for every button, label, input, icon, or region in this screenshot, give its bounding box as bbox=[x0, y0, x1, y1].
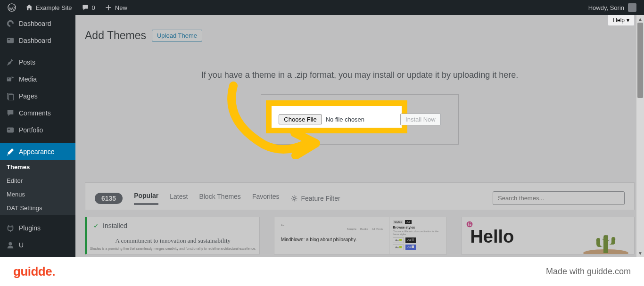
theme-count: 6135 bbox=[95, 193, 123, 204]
pin-icon bbox=[6, 57, 15, 67]
browse-label: Browse styles bbox=[393, 226, 444, 229]
gauge-icon bbox=[6, 19, 15, 28]
feature-filter-label: Feature Filter bbox=[301, 195, 340, 202]
upload-theme-button[interactable]: Upload Theme bbox=[152, 30, 202, 41]
toolbar-right: Howdy, Sorin bbox=[588, 3, 640, 12]
plus-icon bbox=[105, 4, 112, 11]
nav-item: Sample bbox=[347, 228, 356, 230]
svg-rect-1 bbox=[7, 38, 14, 43]
install-now-button[interactable]: Install Now bbox=[400, 114, 441, 125]
sidebar-label: Pages bbox=[19, 92, 38, 100]
admin-toolbar: Example Site 0 New Howdy, Sorin bbox=[0, 0, 644, 15]
sidebar-item-portfolio[interactable]: Portfolio bbox=[0, 122, 75, 139]
theme-preview-title: A commitment to innovation and sustainab… bbox=[90, 237, 256, 245]
new-link[interactable]: New bbox=[101, 0, 131, 15]
browse-sub: Choose a different color combination for… bbox=[393, 230, 444, 236]
file-status: No file chosen bbox=[326, 116, 364, 123]
installed-banner: ✓ Installed bbox=[87, 217, 259, 234]
svg-rect-3 bbox=[7, 77, 11, 81]
search-input[interactable] bbox=[493, 191, 625, 205]
theme-filter-bar: 6135 Popular Latest Block Themes Favorit… bbox=[85, 182, 635, 210]
user-icon bbox=[6, 240, 15, 250]
sidebar-label: Appearance bbox=[19, 148, 55, 155]
sidebar-item-media[interactable]: Media bbox=[0, 71, 75, 88]
scroll-up-icon[interactable]: ▲ bbox=[636, 15, 644, 23]
tab-favorites[interactable]: Favorites bbox=[252, 193, 280, 204]
home-icon bbox=[25, 4, 33, 11]
main-content: Help ▾ Add Themes Upload Theme If you ha… bbox=[75, 15, 644, 257]
help-tab[interactable]: Help ▾ bbox=[608, 15, 635, 26]
svg-line-17 bbox=[602, 239, 603, 240]
howdy-text[interactable]: Howdy, Sorin bbox=[588, 4, 624, 11]
upload-description: If you have a theme in a .zip format, yo… bbox=[85, 70, 635, 80]
theme-card[interactable]: Hello bbox=[461, 217, 635, 254]
theme-preview-sub: Shades is a promising firm that seamless… bbox=[90, 246, 256, 251]
media-icon bbox=[6, 74, 15, 84]
card-icon bbox=[6, 36, 15, 45]
comments-link[interactable]: 0 bbox=[78, 0, 99, 15]
scroll-down-icon[interactable]: ▼ bbox=[636, 249, 644, 257]
guidde-credit: Made with guidde.com bbox=[546, 267, 631, 277]
admin-sidebar: Dashboard Dashboard Posts Media Pages Co… bbox=[0, 15, 75, 286]
sidebar-item-comments[interactable]: Comments bbox=[0, 105, 75, 122]
sidebar-item-plugins[interactable]: Plugins bbox=[0, 220, 75, 237]
sidebar-item-dashboard[interactable]: Dashboard bbox=[0, 15, 75, 32]
theme-preview-text: Mindblown: a blog about philosophy. bbox=[281, 237, 383, 242]
scrollbar[interactable]: ▲ ▼ bbox=[636, 15, 644, 257]
sidebar-item-dashboard2[interactable]: Dashboard bbox=[0, 32, 75, 49]
svg-point-9 bbox=[8, 242, 12, 245]
sidebar-label: Posts bbox=[19, 58, 35, 66]
submenu-menus[interactable]: Menus bbox=[0, 188, 75, 201]
guidde-footer: guidde. Made with guidde.com bbox=[0, 257, 644, 286]
appearance-submenu: Themes Editor Menus DAT Settings bbox=[0, 160, 75, 215]
avatar[interactable] bbox=[628, 3, 636, 12]
sidebar-item-users[interactable]: U bbox=[0, 237, 75, 253]
gear-icon bbox=[290, 195, 298, 202]
svg-point-4 bbox=[8, 78, 8, 79]
sidebar-label: U bbox=[19, 241, 24, 249]
nav-item: Books bbox=[360, 228, 368, 230]
toolbar-left: Example Site 0 New bbox=[4, 0, 131, 15]
chevron-down-icon: ▾ bbox=[627, 17, 629, 24]
page-header: Add Themes Upload Theme bbox=[85, 29, 635, 42]
comment-icon bbox=[82, 4, 89, 11]
sidebar-label: Dashboard bbox=[19, 20, 51, 27]
brush-icon bbox=[6, 147, 15, 156]
submenu-editor[interactable]: Editor bbox=[0, 174, 75, 188]
cactus-icon bbox=[582, 230, 629, 254]
page-icon bbox=[6, 91, 15, 101]
site-name: Example Site bbox=[36, 4, 72, 11]
svg-rect-7 bbox=[7, 128, 14, 133]
submenu-themes[interactable]: Themes bbox=[0, 160, 75, 174]
check-icon: ✓ bbox=[93, 222, 99, 229]
sidebar-item-posts[interactable]: Posts bbox=[0, 54, 75, 71]
feature-filter-button[interactable]: Feature Filter bbox=[290, 195, 340, 202]
theme-card[interactable]: ✓ Installed A commitment to innovation a… bbox=[85, 217, 260, 254]
comments-icon bbox=[6, 108, 15, 118]
tab-popular[interactable]: Popular bbox=[134, 192, 158, 205]
installed-text: Installed bbox=[103, 222, 127, 229]
site-link[interactable]: Example Site bbox=[22, 0, 76, 15]
sidebar-label: Comments bbox=[19, 109, 51, 117]
tab-latest[interactable]: Latest bbox=[170, 193, 188, 204]
sidebar-label: Media bbox=[19, 75, 37, 83]
svg-point-10 bbox=[293, 197, 296, 199]
upload-box: Choose File No file chosen Install Now bbox=[261, 94, 459, 145]
nav-item: All Posts bbox=[372, 228, 383, 230]
help-label: Help bbox=[613, 17, 625, 24]
scrollbar-thumb[interactable] bbox=[637, 23, 643, 98]
card-icon bbox=[6, 125, 15, 135]
choose-file-button[interactable]: Choose File bbox=[279, 114, 322, 124]
page-title: Add Themes bbox=[85, 29, 146, 42]
sidebar-item-pages[interactable]: Pages bbox=[0, 88, 75, 105]
comments-count: 0 bbox=[92, 4, 95, 11]
sidebar-label: Dashboard bbox=[19, 37, 51, 44]
svg-line-18 bbox=[608, 240, 610, 241]
wordpress-icon bbox=[8, 3, 16, 12]
tab-block-themes[interactable]: Block Themes bbox=[199, 193, 240, 204]
wp-logo[interactable] bbox=[4, 0, 20, 15]
new-label: New bbox=[115, 4, 127, 11]
submenu-dat[interactable]: DAT Settings bbox=[0, 201, 75, 215]
theme-card[interactable]: Aa Sample Books All Posts Mindblown: a b… bbox=[274, 217, 447, 254]
sidebar-item-appearance[interactable]: Appearance bbox=[0, 143, 75, 160]
